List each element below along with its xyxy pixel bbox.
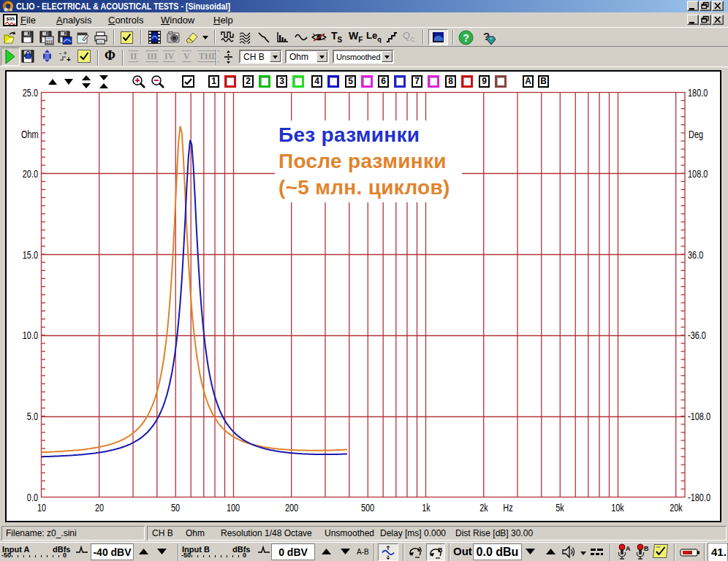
svg-text:A: A (626, 545, 631, 552)
svg-text:B: B (438, 546, 443, 554)
svg-text:A: A (417, 546, 422, 553)
svg-text:B: B (644, 545, 649, 552)
